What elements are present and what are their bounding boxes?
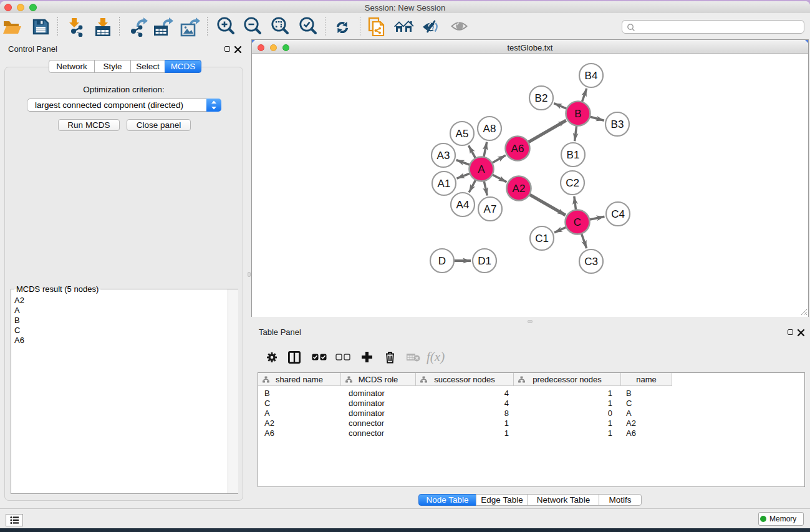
svg-text:C1: C1: [535, 233, 549, 244]
svg-text:A3: A3: [437, 150, 450, 162]
svg-text:B: B: [574, 108, 581, 120]
svg-text:C2: C2: [566, 177, 579, 189]
svg-text:A2: A2: [513, 183, 526, 195]
svg-text:A7: A7: [484, 203, 497, 215]
svg-text:D1: D1: [478, 255, 491, 267]
svg-text:B2: B2: [535, 92, 548, 104]
svg-text:A: A: [478, 163, 485, 175]
svg-text:A8: A8: [483, 123, 496, 135]
svg-text:A5: A5: [456, 128, 469, 140]
svg-text:A6: A6: [511, 143, 524, 155]
svg-text:B3: B3: [611, 118, 624, 130]
svg-text:B4: B4: [585, 70, 598, 82]
svg-text:A4: A4: [456, 199, 470, 211]
svg-text:C: C: [574, 216, 581, 228]
svg-text:D: D: [438, 255, 446, 267]
svg-text:B1: B1: [567, 149, 580, 161]
svg-text:C3: C3: [584, 256, 598, 268]
svg-text:A1: A1: [438, 178, 451, 190]
svg-text:C4: C4: [611, 208, 625, 220]
